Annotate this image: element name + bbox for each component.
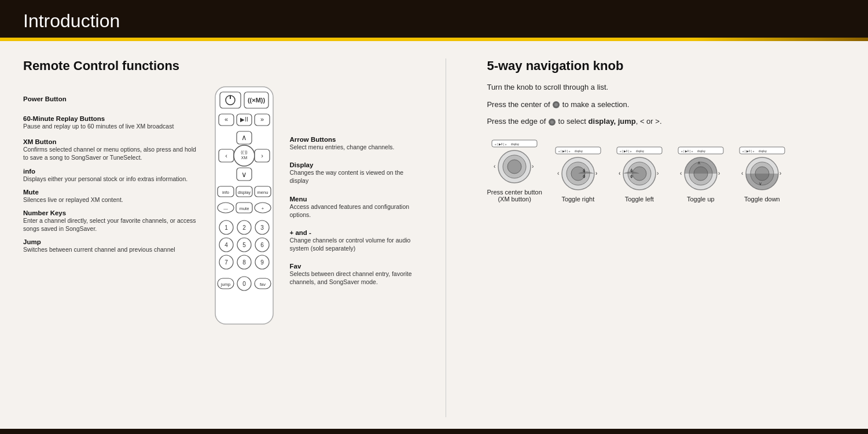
remote-layout: Power Button 60-Minute Replay Buttons Pa… [23, 84, 417, 329]
svg-text:∧: ∧ [241, 133, 247, 142]
svg-text:« | ▶II | »: « | ▶II | » [495, 142, 507, 146]
svg-text:((·)): ((·)) [241, 150, 248, 155]
svg-text:9: 9 [261, 259, 264, 266]
svg-text:ɸ: ɸ [630, 174, 633, 178]
label-info: info Displays either your personal stock… [23, 168, 199, 183]
svg-text:display: display [575, 150, 583, 153]
svg-text:‹: ‹ [557, 170, 559, 176]
svg-text:∨: ∨ [759, 181, 762, 186]
svg-text:8: 8 [243, 259, 247, 266]
footer-bar: 10 11 [0, 429, 868, 434]
right-panel: 5-way navigation knob Turn the knob to s… [475, 58, 845, 417]
nav-desc-1: Turn the knob to scroll through a list. [487, 82, 845, 93]
svg-text:display: display [636, 150, 645, 153]
nav-label-up: Toggle up [687, 196, 715, 203]
svg-text:« | ▶II | »: « | ▶II | » [681, 149, 693, 153]
svg-text:›: › [595, 170, 597, 176]
page-header: Introduction [0, 0, 868, 38]
label-power: Power Button [23, 95, 199, 102]
svg-text:display: display [697, 150, 706, 153]
svg-text:((×M)): ((×M)) [248, 97, 266, 104]
nav-toggle-right: « | ▶II | » display ɸ ɸ ‹ › Toggle right [553, 146, 604, 203]
svg-text:‹: ‹ [619, 170, 620, 176]
knob-icon-inline [552, 101, 560, 109]
svg-text:5: 5 [243, 242, 247, 248]
svg-text:ɸ: ɸ [630, 168, 633, 172]
label-mute: Mute Silences live or replayed XM conten… [23, 189, 199, 204]
nav-desc-3: Press the edge of to select display, jum… [487, 116, 845, 127]
svg-text:‹: ‹ [226, 152, 228, 159]
svg-text:›: › [779, 170, 781, 176]
svg-text:›: › [262, 152, 264, 159]
left-panel: Remote Control functions Power Button 60… [23, 58, 417, 417]
svg-text:info: info [222, 190, 229, 195]
nav-toggle-up: « | ▶II | » display ∧ ‹ › Toggle up [675, 146, 726, 203]
label-display: Display Changes the way content is viewe… [289, 161, 417, 185]
knob-icon-inline2 [548, 118, 556, 126]
svg-text:ɸ: ɸ [583, 174, 586, 178]
page-title: Introduction [23, 10, 845, 32]
remote-section-title: Remote Control functions [23, 58, 417, 73]
svg-text:4: 4 [225, 242, 229, 248]
nav-toggle-left: « | ▶II | » display ɸ ɸ ‹ › Toggle left [614, 146, 665, 203]
vertical-divider [446, 58, 446, 417]
nav-section-title: 5-way navigation knob [487, 58, 845, 73]
nav-toggle-down: « | ▶II | » display ∨ ‹ › Toggle down [737, 146, 788, 203]
nav-desc-2: Press the center of to make a selection. [487, 99, 845, 111]
svg-text:»: » [260, 116, 264, 123]
svg-text:∨: ∨ [241, 170, 247, 179]
svg-text:▶II: ▶II [241, 116, 249, 123]
labels-right: Arrow Buttons Select menu entries, chang… [289, 84, 417, 297]
svg-text:display: display [511, 143, 520, 146]
svg-text:‹: ‹ [494, 163, 495, 170]
labels-left: Power Button 60-Minute Replay Buttons Pa… [23, 84, 199, 259]
svg-rect-1 [220, 92, 241, 108]
svg-point-60 [554, 103, 558, 106]
label-plusminus: + and - Change channels or control volum… [289, 229, 417, 252]
nav-images: « | ▶II | » display ‹ › Press center but… [487, 139, 845, 203]
nav-label-left: Toggle left [625, 196, 654, 203]
svg-text:display: display [238, 190, 251, 195]
svg-text:—: — [224, 206, 229, 211]
svg-point-62 [550, 120, 554, 124]
remote-control: ((×M)) « ▶II » ∧ ‹ ((·)) [209, 84, 279, 329]
nav-label-center: Press center button(XM button) [487, 189, 542, 203]
svg-text:display: display [759, 150, 767, 153]
svg-text:0: 0 [243, 281, 247, 287]
svg-text:+: + [262, 206, 264, 211]
svg-text:jump: jump [220, 282, 230, 287]
svg-text:3: 3 [261, 225, 264, 231]
label-jump: Jump Switches between current channel an… [23, 238, 199, 253]
svg-text:›: › [532, 163, 534, 170]
svg-text:menu: menu [258, 190, 269, 195]
svg-text:1: 1 [225, 225, 229, 231]
svg-text:XM: XM [241, 156, 248, 160]
nav-label-down: Toggle down [744, 196, 780, 203]
svg-text:mute: mute [240, 206, 249, 211]
svg-text:›: › [657, 170, 659, 176]
svg-text:ɸ: ɸ [583, 168, 586, 172]
svg-text:6: 6 [261, 242, 264, 248]
svg-text:›: › [718, 170, 720, 176]
svg-text:‹: ‹ [741, 170, 743, 176]
label-fav: Fav Selects between direct channel entry… [289, 263, 417, 286]
svg-text:∧: ∧ [697, 160, 701, 165]
nav-press-center: « | ▶II | » display ‹ › Press center but… [487, 139, 542, 203]
nav-label-right: Toggle right [561, 196, 594, 203]
label-replay: 60-Minute Replay Buttons Pause and repla… [23, 115, 199, 130]
svg-text:fav: fav [260, 282, 266, 287]
content-area: Remote Control functions Power Button 60… [0, 41, 868, 429]
svg-text:« | ▶II | »: « | ▶II | » [742, 149, 755, 153]
label-xm: XM Button Confirms selected channel or m… [23, 138, 199, 161]
svg-text:7: 7 [225, 259, 229, 266]
svg-text:«: « [225, 116, 228, 123]
label-arrow-buttons: Arrow Buttons Select menu entries, chang… [289, 136, 417, 151]
svg-point-68 [507, 160, 521, 174]
label-numkeys: Number Keys Enter a channel directly, se… [23, 209, 199, 233]
svg-text:« | ▶II | »: « | ▶II | » [620, 149, 632, 153]
svg-text:« | ▶II | »: « | ▶II | » [558, 149, 571, 153]
svg-text:2: 2 [243, 225, 247, 231]
svg-text:‹: ‹ [680, 170, 682, 176]
label-menu: Menu Access advanced features and config… [289, 196, 417, 219]
